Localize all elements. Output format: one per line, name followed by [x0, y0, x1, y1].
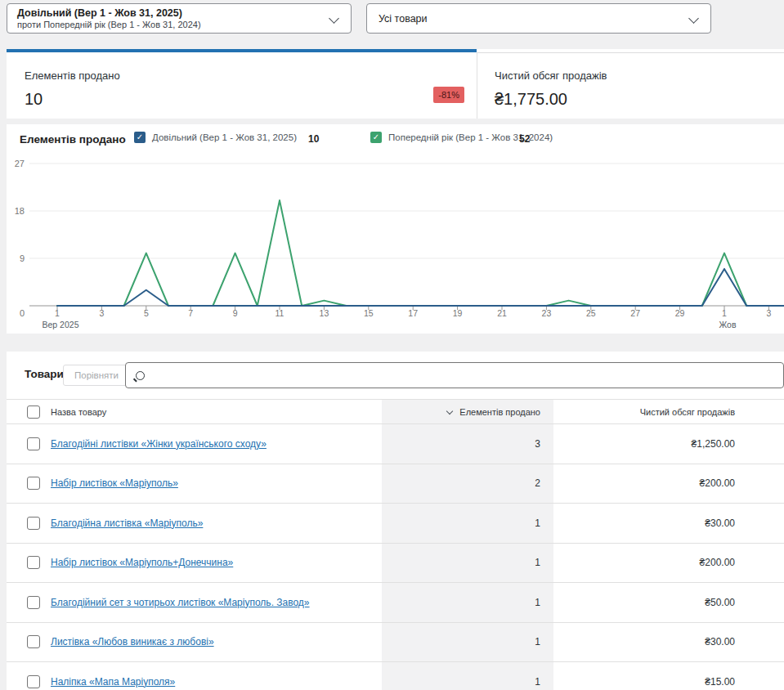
product-link[interactable]: Наліпка «Мапа Маріуполя»	[51, 676, 175, 688]
summary-tiles: Елементів продано 10 -81% Чистий обсяг п…	[7, 49, 784, 119]
items-sold-value: 10	[25, 90, 477, 109]
items-sold-cell: 1	[382, 662, 553, 690]
x-tick-label: 3	[99, 308, 104, 318]
row-checkbox[interactable]	[27, 437, 40, 450]
select-all-checkbox[interactable]	[27, 405, 40, 419]
x-tick-label: 19	[453, 308, 463, 318]
chart-card: Елементів продано ✓ Довільний (Вер 1 - Ж…	[7, 124, 784, 334]
legend-checkbox-previous[interactable]: ✓	[370, 132, 382, 143]
table-row: Набір листівок «Маріуполь» 2 ₴200.00	[7, 464, 784, 504]
row-checkbox[interactable]	[27, 477, 40, 490]
products-table-title: Товари	[25, 368, 64, 380]
x-tick-label: 25	[586, 308, 596, 318]
month-label: Жов	[719, 320, 737, 329]
delta-badge: -81%	[433, 87, 464, 103]
table-row: Благодійний сет з чотирьох листівок «Мар…	[7, 583, 784, 623]
legend-total-previous: 52	[519, 133, 530, 145]
compare-button[interactable]: Порівняти	[63, 365, 130, 386]
x-tick-label: 9	[233, 308, 238, 318]
net-sales-cell: ₴15.00	[553, 662, 784, 690]
net-sales-cell: ₴1,250.00	[553, 424, 784, 464]
column-header-items-sold[interactable]: Елементів продано	[382, 400, 553, 424]
items-sold-cell: 3	[382, 424, 553, 464]
chart-title: Елементів продано	[20, 133, 126, 146]
column-header-net-sales-label: Чистий обсяг продажів	[640, 407, 735, 417]
product-filter-value: Усі товари	[379, 13, 428, 25]
column-header-name[interactable]: Назва товару	[44, 400, 382, 424]
items-sold-cell: 1	[382, 583, 553, 623]
items-sold-cell: 1	[382, 622, 553, 662]
search-icon	[136, 371, 145, 380]
chevron-down-icon	[688, 13, 699, 24]
net-sales-value: ₴1,775.00	[495, 90, 784, 109]
row-checkbox[interactable]	[27, 675, 40, 688]
table-row: Листівка «Любов виникає з любові» 1 ₴30.…	[7, 622, 784, 662]
product-link[interactable]: Набір листівок «Маріуполь+Донеччина»	[51, 557, 233, 568]
x-tick-label: 1	[722, 308, 727, 318]
products-table-card: Товари Порівняти Назва товару Елементів …	[7, 352, 784, 690]
chevron-down-icon	[329, 13, 339, 24]
legend-item-current[interactable]: ✓ Довільний (Вер 1 - Жов 31, 2025)	[134, 132, 297, 143]
net-sales-cell: ₴30.00	[553, 504, 784, 544]
series-line-previous	[57, 200, 784, 306]
y-tick-label: 27	[15, 159, 25, 168]
table-row: Набір листівок «Маріуполь+Донеччина» 1 ₴…	[7, 543, 784, 583]
legend-label-current: Довільний (Вер 1 - Жов 31, 2025)	[152, 132, 297, 142]
row-checkbox[interactable]	[27, 635, 40, 648]
y-tick-label: 0	[20, 308, 25, 318]
summary-tile-items-sold[interactable]: Елементів продано 10 -81%	[7, 49, 477, 119]
products-table-header: Товари Порівняти	[7, 352, 784, 399]
column-header-items-sold-label: Елементів продано	[459, 407, 540, 417]
net-sales-cell: ₴50.00	[553, 583, 784, 623]
row-checkbox[interactable]	[27, 596, 40, 609]
product-link[interactable]: Набір листівок «Маріуполь»	[51, 477, 178, 489]
legend-checkbox-current[interactable]: ✓	[134, 132, 146, 143]
y-tick-label: 9	[20, 253, 25, 263]
product-link[interactable]: Благодійний сет з чотирьох листівок «Мар…	[51, 597, 310, 608]
table-header-row: Назва товару Елементів продано Чистий об…	[7, 400, 784, 424]
search-box[interactable]	[125, 362, 784, 388]
table-row: Благодійна листівка «Маріуполь» 1 ₴30.00	[7, 504, 784, 544]
product-link[interactable]: Листівка «Любов виникає з любові»	[51, 636, 214, 647]
date-range-dropdown[interactable]: Довільний (Вер 1 - Жов 31, 2025) проти П…	[7, 3, 352, 34]
products-table: Назва товару Елементів продано Чистий об…	[7, 399, 784, 690]
x-tick-label: 23	[542, 308, 552, 318]
x-tick-label: 11	[276, 308, 284, 318]
x-tick-label: 29	[675, 308, 685, 318]
net-sales-label: Чистий обсяг продажів	[495, 69, 784, 82]
table-row: Наліпка «Мапа Маріуполя» 1 ₴15.00	[7, 662, 784, 690]
line-chart: 091827135791113151719212325272913Вер 202…	[7, 155, 784, 334]
x-tick-label: 3	[766, 308, 771, 318]
x-tick-label: 21	[497, 308, 507, 318]
x-tick-label: 7	[188, 308, 193, 318]
x-tick-label: 17	[408, 308, 418, 318]
search-input[interactable]	[145, 363, 783, 388]
chart-header: Елементів продано ✓ Довільний (Вер 1 - Ж…	[7, 124, 784, 155]
date-range-primary: Довільний (Вер 1 - Жов 31, 2025)	[17, 7, 326, 20]
column-header-net-sales[interactable]: Чистий обсяг продажів	[553, 400, 784, 424]
sort-descending-icon	[446, 407, 453, 414]
date-range-secondary: проти Попередній рік (Вер 1 - Жов 31, 20…	[17, 20, 326, 30]
column-header-name-label: Назва товару	[51, 407, 106, 417]
x-tick-label: 5	[144, 308, 149, 318]
net-sales-cell: ₴200.00	[553, 543, 784, 583]
product-filter-dropdown[interactable]: Усі товари	[366, 3, 711, 34]
row-checkbox[interactable]	[27, 556, 40, 569]
row-checkbox[interactable]	[27, 517, 40, 530]
net-sales-cell: ₴30.00	[553, 622, 784, 662]
items-sold-cell: 2	[382, 464, 553, 504]
month-label: Вер 2025	[43, 320, 79, 329]
items-sold-label: Елементів продано	[25, 69, 477, 82]
x-tick-label: 27	[630, 308, 640, 318]
x-tick-label: 13	[320, 308, 329, 318]
product-link[interactable]: Благодійна листівка «Маріуполь»	[51, 518, 203, 529]
legend-total-current: 10	[308, 133, 319, 145]
net-sales-cell: ₴200.00	[553, 464, 784, 504]
summary-tile-net-sales[interactable]: Чистий обсяг продажів ₴1,775.00	[477, 49, 784, 119]
product-link[interactable]: Благодійні листівки «Жінки українського …	[51, 438, 267, 450]
x-tick-label: 1	[55, 308, 60, 318]
x-tick-label: 15	[364, 308, 374, 318]
table-row: Благодійні листівки «Жінки українського …	[7, 424, 784, 464]
y-tick-label: 18	[15, 206, 25, 216]
items-sold-cell: 1	[382, 543, 553, 583]
